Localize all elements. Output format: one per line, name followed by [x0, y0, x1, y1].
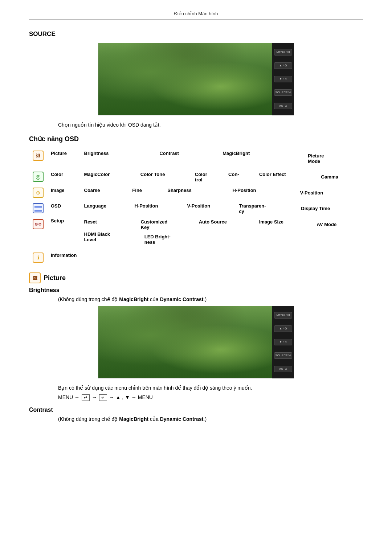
osd-icon-cell-image: ⊕	[29, 185, 47, 201]
brightness-source-button[interactable]: SOURCE/↩	[274, 352, 292, 359]
osd-item: LED Bright-ness	[141, 231, 359, 247]
brightness-monitor-screen-content	[98, 306, 272, 378]
osd-item: Auto Source	[199, 219, 259, 231]
osd-item: HDMI BlackLevel	[84, 231, 141, 247]
contrast-note-pre: (Không dùng trong chế độ	[58, 416, 119, 422]
osd-icon-cell-osd: ▬▬▬▬	[29, 201, 47, 217]
picture-section-icon: 🖼	[29, 272, 41, 283]
source-description: Chọn nguồn tín hiệu video khi OSD đang t…	[58, 122, 363, 128]
monitor-screen	[98, 43, 272, 115]
brightness-note-bold1: MagicBright	[119, 296, 148, 302]
osd-item: H-Position	[233, 188, 297, 198]
osd-row-information: ℹ Information	[29, 250, 363, 265]
osd-row-color: ◎ Color MagicColor Color Tone Colortrol …	[29, 169, 363, 185]
osd-row-setup: ⚙⚙ Setup Reset CustomizedKey Auto Source…	[29, 217, 363, 250]
picture-section-icon-symbol: 🖼	[33, 275, 37, 281]
osd-item: MagicBright	[222, 151, 304, 167]
osd-row-osd: ▬▬▬▬ OSD Language H-Position V-Position …	[29, 201, 363, 217]
menu-button[interactable]: MENU / III	[274, 49, 292, 56]
nav-box-2: ↵	[99, 394, 107, 401]
osd-item: CustomizedKey	[141, 219, 199, 231]
brightness-auto-button[interactable]: AUTO	[274, 366, 292, 372]
monitor-sidebar: MENU / III ▲ / ✿ ▼ / ☀ SOURCE/↩ AUTO	[272, 43, 294, 115]
osd-table: 🖼 Picture Brightness Contrast MagicBrigh…	[29, 148, 363, 265]
brightness-note-end: .)	[204, 296, 207, 302]
osd-item: Reset	[84, 219, 141, 231]
osd-item: Contrast	[159, 151, 222, 167]
nav-box-1: ↵	[82, 394, 90, 401]
osd-row-image: ⊕ Image Coarse Fine Sharpness H-Position…	[29, 185, 363, 201]
osd-menu-icon: ▬▬▬▬	[33, 203, 44, 213]
osd-item: Sharpness	[167, 188, 232, 198]
osd-icon-cell-picture: 🖼	[29, 148, 47, 169]
information-icon: ℹ	[33, 253, 44, 263]
osd-item: V-Position	[297, 188, 359, 198]
osd-item: AV Mode	[313, 219, 359, 231]
setup-icon: ⚙⚙	[33, 219, 44, 229]
header-title: Điều chỉnh Màn hình	[174, 11, 218, 16]
osd-item: Gamma	[317, 172, 359, 182]
up-button[interactable]: ▲ / ✿	[274, 62, 292, 69]
setup-icon-symbol: ⚙⚙	[34, 222, 42, 227]
auto-button[interactable]: AUTO	[274, 103, 292, 109]
brightness-up-button[interactable]: ▲ / ✿	[274, 325, 292, 332]
brightness-monitor-wrapper: MENU / III ▲ / ✿ ▼ / ☀ SOURCE/↩ AUTO	[98, 306, 294, 378]
source-monitor-image: MENU / III ▲ / ✿ ▼ / ☀ SOURCE/↩ AUTO	[29, 43, 363, 115]
picture-section-header: 🖼 Picture	[29, 272, 363, 283]
contrast-note-mid: của	[148, 416, 160, 422]
footer-divider	[29, 433, 363, 433]
osd-items-image: Coarse Fine Sharpness H-Position V-Posit…	[81, 185, 363, 201]
source-title: SOURCE	[29, 30, 363, 38]
osd-items-setup: Reset CustomizedKey Auto Source Image Si…	[81, 217, 363, 250]
osd-item: Color Tone	[140, 172, 195, 182]
osd-item: Color Effect	[259, 172, 317, 182]
down-button[interactable]: ▼ / ☀	[274, 76, 292, 82]
osd-label-information: Information	[47, 250, 81, 265]
brightness-menu-button[interactable]: MENU / III	[274, 312, 292, 319]
osd-row-picture: 🖼 Picture Brightness Contrast MagicBrigh…	[29, 148, 363, 169]
brightness-menu-nav: MENU → ↵ → ↵ → ▲ , ▼ → MENU	[58, 394, 363, 401]
brightness-title: Brightness	[29, 287, 363, 294]
osd-label-picture: Picture	[47, 148, 81, 169]
osd-menu-icon-symbol: ▬▬▬▬	[34, 204, 42, 212]
osd-items-color: MagicColor Color Tone Colortrol Con- Col…	[81, 169, 363, 185]
contrast-note: (Không dùng trong chế độ MagicBright của…	[58, 416, 363, 422]
picture-icon: 🖼	[33, 151, 44, 161]
contrast-note-end: .)	[204, 416, 207, 422]
osd-item: Language	[84, 203, 135, 214]
osd-item: Con-	[228, 172, 259, 182]
picture-section-title-text: Picture	[44, 274, 66, 282]
osd-icon-cell-setup: ⚙⚙	[29, 217, 47, 250]
osd-item: H-Position	[134, 203, 187, 214]
source-button[interactable]: SOURCE/↩	[274, 89, 292, 96]
brightness-monitor-sidebar: MENU / III ▲ / ✿ ▼ / ☀ SOURCE/↩ AUTO	[272, 306, 294, 378]
osd-item: Display Time	[297, 203, 359, 214]
osd-items-information	[81, 250, 363, 265]
monitor-wrapper: MENU / III ▲ / ✿ ▼ / ☀ SOURCE/↩ AUTO	[98, 43, 294, 115]
osd-item: MagicColor	[84, 172, 140, 182]
osd-item: Transparen-cy	[239, 203, 297, 214]
osd-item: Coarse	[84, 188, 132, 198]
osd-item: Image Size	[259, 219, 313, 231]
osd-label-osd: OSD	[47, 201, 81, 217]
osd-items-osd: Language H-Position V-Position Transpare…	[81, 201, 363, 217]
osd-table-container: 🖼 Picture Brightness Contrast MagicBrigh…	[29, 148, 363, 265]
osd-icon-cell-information: ℹ	[29, 250, 47, 265]
image-icon: ⊕	[33, 188, 44, 198]
brightness-down-button[interactable]: ▼ / ☀	[274, 339, 292, 345]
osd-label-color: Color	[47, 169, 81, 185]
osd-item: Fine	[132, 188, 167, 198]
brightness-description: Bạn có thể sử dụng các menu chỉnh trên m…	[58, 385, 363, 391]
contrast-note-bold1: MagicBright	[119, 416, 148, 422]
color-icon: ◎	[33, 172, 44, 182]
information-icon-symbol: ℹ	[37, 255, 39, 260]
osd-label-image: Image	[47, 185, 81, 201]
brightness-note-pre: (Không dùng trong chế độ	[58, 296, 119, 302]
brightness-monitor-screen	[98, 306, 272, 378]
page-header: Điều chỉnh Màn hình	[29, 11, 363, 20]
image-icon-symbol: ⊕	[36, 190, 40, 196]
osd-item: Brightness	[84, 151, 160, 167]
brightness-note: (Không dùng trong chế độ MagicBright của…	[58, 296, 363, 302]
contrast-title: Contrast	[29, 407, 363, 413]
brightness-note-mid: của	[148, 296, 160, 302]
